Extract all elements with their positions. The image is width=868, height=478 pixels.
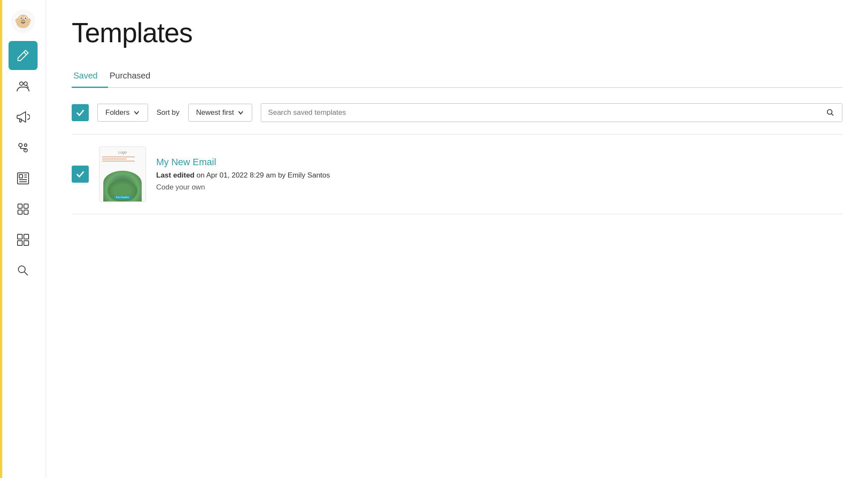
svg-rect-20 bbox=[24, 210, 28, 214]
tabs-bar: Saved Purchased bbox=[72, 66, 842, 88]
svg-rect-23 bbox=[17, 241, 22, 245]
svg-rect-21 bbox=[17, 234, 22, 239]
svg-point-11 bbox=[24, 82, 27, 85]
checkmark-icon bbox=[76, 169, 85, 179]
svg-rect-17 bbox=[18, 204, 22, 208]
svg-point-7 bbox=[21, 19, 25, 22]
template-list: Logo Eat Healthy My New Email Last edite… bbox=[72, 134, 842, 214]
select-all-checkbox[interactable] bbox=[72, 104, 89, 121]
toolbar: Folders Sort by Newest first bbox=[72, 103, 842, 122]
svg-rect-24 bbox=[24, 241, 29, 245]
search-bar bbox=[261, 103, 842, 122]
search-button[interactable] bbox=[819, 104, 842, 122]
folders-dropdown[interactable]: Folders bbox=[97, 104, 148, 122]
search-icon bbox=[826, 108, 835, 117]
sort-by-label: Sort by bbox=[157, 108, 180, 117]
sidebar-item-automation[interactable] bbox=[9, 133, 38, 162]
sidebar-item-audience[interactable] bbox=[9, 72, 38, 101]
sidebar bbox=[0, 0, 46, 478]
sidebar-item-integrations[interactable] bbox=[9, 195, 38, 224]
sidebar-item-campaigns[interactable] bbox=[9, 102, 38, 131]
main-content: Templates Saved Purchased Folders Sort b… bbox=[46, 0, 868, 478]
svg-point-6 bbox=[25, 17, 26, 19]
sidebar-item-content[interactable] bbox=[9, 164, 38, 193]
svg-rect-16 bbox=[19, 175, 23, 178]
template-checkbox[interactable] bbox=[72, 166, 89, 183]
svg-point-12 bbox=[19, 143, 22, 147]
thumb-line bbox=[102, 156, 135, 157]
table-row: Logo Eat Healthy My New Email Last edite… bbox=[72, 134, 842, 214]
svg-point-8 bbox=[15, 18, 19, 23]
page-title: Templates bbox=[72, 17, 842, 49]
thumb-lines bbox=[102, 156, 143, 162]
thumb-line bbox=[102, 158, 127, 160]
sidebar-item-edit[interactable] bbox=[9, 41, 38, 70]
folders-label: Folders bbox=[105, 108, 130, 117]
sidebar-nav bbox=[0, 41, 46, 285]
svg-point-5 bbox=[20, 17, 22, 19]
thumb-logo-text: Logo bbox=[118, 150, 127, 154]
thumb-badge: Eat Healthy bbox=[114, 195, 131, 199]
svg-rect-18 bbox=[24, 204, 28, 208]
checkmark-icon bbox=[76, 108, 85, 117]
mailchimp-logo[interactable] bbox=[9, 7, 38, 36]
tab-saved[interactable]: Saved bbox=[72, 66, 108, 88]
template-type: Code your own bbox=[156, 183, 330, 192]
svg-point-25 bbox=[18, 266, 25, 273]
chevron-down-icon bbox=[237, 109, 244, 116]
template-thumbnail[interactable]: Logo Eat Healthy bbox=[99, 146, 146, 202]
chevron-down-icon bbox=[133, 109, 140, 116]
svg-point-9 bbox=[27, 18, 31, 23]
sidebar-item-apps[interactable] bbox=[9, 225, 38, 254]
template-meta: Last edited on Apr 01, 2022 8:29 am by E… bbox=[156, 171, 330, 180]
svg-rect-19 bbox=[18, 210, 22, 214]
sort-value: Newest first bbox=[196, 108, 234, 117]
svg-point-10 bbox=[20, 82, 23, 85]
sidebar-item-search[interactable] bbox=[9, 256, 38, 285]
search-input[interactable] bbox=[261, 104, 819, 121]
last-edited-label: Last edited bbox=[156, 171, 195, 179]
template-info: My New Email Last edited on Apr 01, 2022… bbox=[156, 157, 330, 192]
template-name[interactable]: My New Email bbox=[156, 157, 330, 168]
svg-rect-22 bbox=[24, 234, 29, 239]
last-edited-detail: on Apr 01, 2022 8:29 am by Emily Santos bbox=[195, 171, 330, 179]
thumb-line bbox=[102, 160, 135, 162]
thumb-image: Eat Healthy bbox=[103, 171, 142, 201]
sort-dropdown[interactable]: Newest first bbox=[188, 104, 253, 122]
svg-point-14 bbox=[24, 144, 27, 146]
tab-purchased[interactable]: Purchased bbox=[108, 66, 161, 88]
svg-point-26 bbox=[827, 110, 832, 114]
